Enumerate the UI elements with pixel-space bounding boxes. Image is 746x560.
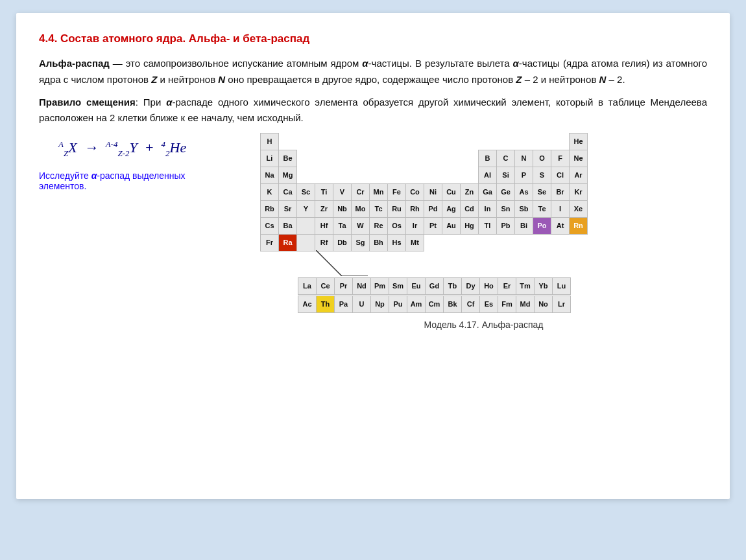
element-F[interactable]: F (551, 150, 570, 167)
element-Na[interactable]: Na (261, 167, 279, 184)
element-Bi[interactable]: Bi (515, 218, 533, 235)
element-S[interactable]: S (533, 167, 551, 184)
element-Ru[interactable]: Ru (388, 201, 406, 218)
element-Ta[interactable]: Ta (333, 218, 352, 235)
element-Pt[interactable]: Pt (424, 218, 442, 235)
element-La[interactable]: La (298, 278, 317, 295)
element-Nb[interactable]: Nb (333, 201, 352, 218)
element-As[interactable]: As (515, 184, 533, 201)
element-Sc[interactable]: Sc (297, 184, 315, 201)
element-Ga[interactable]: Ga (479, 184, 497, 201)
element-Cd[interactable]: Cd (461, 201, 479, 218)
element-Yb[interactable]: Yb (535, 278, 553, 295)
element-No[interactable]: No (535, 296, 553, 313)
element-W[interactable]: W (352, 218, 370, 235)
element-H[interactable]: H (261, 134, 279, 150)
element-Co[interactable]: Co (406, 184, 424, 201)
element-Gd[interactable]: Gd (426, 278, 444, 295)
element-Zn[interactable]: Zn (461, 184, 479, 201)
element-Hg[interactable]: Hg (461, 218, 479, 235)
element-Ge[interactable]: Ge (497, 184, 515, 201)
element-Tl[interactable]: Tl (479, 218, 497, 235)
element-Pm[interactable]: Pm (371, 278, 389, 295)
element-Mg[interactable]: Mg (279, 167, 297, 184)
element-N[interactable]: N (515, 150, 533, 167)
element-Sb[interactable]: Sb (515, 201, 533, 218)
element-Fr[interactable]: Fr (261, 235, 279, 251)
element-Es[interactable]: Es (480, 296, 498, 313)
element-U[interactable]: U (353, 296, 371, 313)
element-Lu[interactable]: Lu (553, 278, 571, 295)
element-Fm[interactable]: Fm (498, 296, 516, 313)
element-C[interactable]: C (497, 150, 515, 167)
element-B[interactable]: B (479, 150, 497, 167)
element-Rf[interactable]: Rf (315, 235, 333, 251)
element-Rb[interactable]: Rb (261, 201, 279, 218)
element-Np[interactable]: Np (371, 296, 389, 313)
element-Cr[interactable]: Cr (352, 184, 370, 201)
element-Cf[interactable]: Cf (462, 296, 480, 313)
element-Sg[interactable]: Sg (352, 235, 370, 251)
element-Pd[interactable]: Pd (424, 201, 442, 218)
element-Ba[interactable]: Ba (279, 218, 297, 235)
element-Al[interactable]: Al (479, 167, 497, 184)
element-Ir[interactable]: Ir (406, 218, 424, 235)
element-Br[interactable]: Br (551, 184, 570, 201)
element-Mt[interactable]: Mt (406, 235, 424, 251)
element-Bh[interactable]: Bh (370, 235, 388, 251)
element-Li[interactable]: Li (261, 150, 279, 167)
element-Ne[interactable]: Ne (570, 150, 588, 167)
element-Ce[interactable]: Ce (317, 278, 335, 295)
element-Os[interactable]: Os (388, 218, 406, 235)
element-Pb[interactable]: Pb (497, 218, 515, 235)
element-Er[interactable]: Er (498, 278, 516, 295)
element-Cl[interactable]: Cl (551, 167, 570, 184)
element-Bk[interactable]: Bk (444, 296, 462, 313)
element-Sr[interactable]: Sr (279, 201, 297, 218)
element-Mn[interactable]: Mn (370, 184, 388, 201)
element-Eu[interactable]: Eu (407, 278, 426, 295)
alpha-decay-link[interactable]: Исследуйте α-распад выделенных элементов… (39, 170, 234, 191)
element-Cu[interactable]: Cu (442, 184, 461, 201)
element-Kr[interactable]: Kr (570, 184, 588, 201)
element-Sm[interactable]: Sm (389, 278, 407, 295)
element-At[interactable]: At (551, 218, 570, 235)
element-Ca[interactable]: Ca (279, 184, 297, 201)
element-In[interactable]: In (479, 201, 497, 218)
element-Nd[interactable]: Nd (353, 278, 371, 295)
element-Ac[interactable]: Ac (298, 296, 317, 313)
element-O[interactable]: O (533, 150, 551, 167)
element-V[interactable]: V (333, 184, 352, 201)
element-Pr[interactable]: Pr (335, 278, 353, 295)
element-Cm[interactable]: Cm (426, 296, 444, 313)
element-Tc[interactable]: Tc (370, 201, 388, 218)
element-I[interactable]: I (551, 201, 570, 218)
element-Hs[interactable]: Hs (388, 235, 406, 251)
element-Zr[interactable]: Zr (315, 201, 333, 218)
element-Ra[interactable]: Ra (279, 235, 297, 251)
element-Si[interactable]: Si (497, 167, 515, 184)
element-Tb[interactable]: Tb (444, 278, 462, 295)
element-Cs[interactable]: Cs (261, 218, 279, 235)
element-Lr[interactable]: Lr (553, 296, 571, 313)
element-Ag[interactable]: Ag (442, 201, 461, 218)
element-Mo[interactable]: Mo (352, 201, 370, 218)
element-K[interactable]: K (261, 184, 279, 201)
element-Dy[interactable]: Dy (462, 278, 480, 295)
element-Te[interactable]: Te (533, 201, 551, 218)
element-Rh[interactable]: Rh (406, 201, 424, 218)
element-Sn[interactable]: Sn (497, 201, 515, 218)
element-Th[interactable]: Th (317, 296, 335, 313)
element-Pa[interactable]: Pa (335, 296, 353, 313)
element-Db[interactable]: Db (333, 235, 352, 251)
element-Ti[interactable]: Ti (315, 184, 333, 201)
element-Am[interactable]: Am (407, 296, 426, 313)
element-Po[interactable]: Po (533, 218, 551, 235)
element-Ni[interactable]: Ni (424, 184, 442, 201)
element-Be[interactable]: Be (279, 150, 297, 167)
element-P[interactable]: P (515, 167, 533, 184)
element-Rn[interactable]: Rn (570, 218, 588, 235)
element-Re[interactable]: Re (370, 218, 388, 235)
element-Pu[interactable]: Pu (389, 296, 407, 313)
element-Xe[interactable]: Xe (570, 201, 588, 218)
